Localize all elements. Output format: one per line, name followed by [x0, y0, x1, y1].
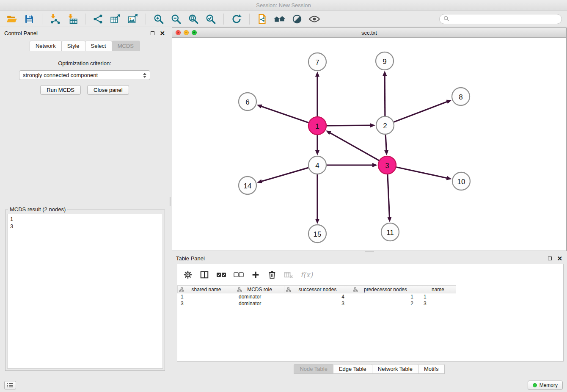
- table-panel-header: Table Panel ✕: [172, 253, 567, 264]
- cell-successor-nodes[interactable]: 4: [284, 293, 351, 300]
- cell-shared-name[interactable]: 1: [177, 293, 235, 300]
- cell-mcds-role[interactable]: dominator: [235, 300, 284, 307]
- graph-node-14[interactable]: 14: [239, 177, 256, 194]
- export-network-icon[interactable]: [91, 13, 105, 25]
- function-builder-icon: f(x): [300, 271, 313, 279]
- graph-edge-arrowhead: [383, 71, 387, 76]
- zoom-selected-icon[interactable]: [204, 13, 217, 25]
- deselect-all-icon[interactable]: [234, 271, 244, 278]
- svg-text:8: 8: [459, 93, 462, 101]
- graph-node-8[interactable]: 8: [452, 88, 470, 105]
- toolbar-separator: [146, 14, 146, 25]
- tab-style[interactable]: Style: [62, 41, 85, 51]
- cell-predecessor-nodes[interactable]: 2: [351, 300, 420, 307]
- close-table-panel-icon[interactable]: ✕: [557, 255, 562, 262]
- cell-successor-nodes[interactable]: 3: [284, 300, 351, 307]
- toggle-columns-icon[interactable]: [200, 270, 209, 279]
- maximize-window-icon[interactable]: +: [192, 30, 197, 35]
- close-window-icon[interactable]: ×: [176, 30, 181, 35]
- control-panel: Control Panel ✕ Network Style Select MCD…: [0, 28, 169, 374]
- tab-network-table[interactable]: Network Table: [372, 364, 418, 374]
- tab-select[interactable]: Select: [85, 41, 112, 51]
- graph-edge-2-3[interactable]: [385, 135, 386, 151]
- network-canvas[interactable]: 7968124314101511: [172, 38, 566, 251]
- column-header-name[interactable]: name: [420, 285, 456, 293]
- add-row-icon[interactable]: [251, 270, 260, 279]
- cell-name[interactable]: 1: [420, 293, 456, 300]
- run-mcds-button[interactable]: Run MCDS: [40, 85, 81, 95]
- table-row[interactable]: 1 dominator 4 1 1: [177, 293, 563, 300]
- network-window: scc.txt × − + 7968124314101511: [172, 28, 567, 251]
- cell-mcds-role[interactable]: dominator: [235, 293, 284, 300]
- search-icon: [443, 16, 449, 23]
- graph-node-4[interactable]: 4: [308, 156, 326, 174]
- zoom-fit-icon[interactable]: [187, 13, 200, 25]
- graph-node-1[interactable]: 1: [308, 117, 326, 135]
- graph-node-10[interactable]: 10: [452, 172, 470, 190]
- search-input[interactable]: [452, 16, 558, 22]
- minimize-window-icon[interactable]: −: [184, 30, 189, 35]
- mcds-result-list[interactable]: 1 3: [7, 214, 163, 369]
- show-hide-eye-icon[interactable]: [308, 13, 321, 25]
- tab-edge-table[interactable]: Edge Table: [333, 364, 372, 374]
- graph-edge-2-9[interactable]: [385, 75, 385, 116]
- import-network-icon[interactable]: [48, 13, 62, 25]
- mcds-result-title: MCDS result (2 nodes): [8, 206, 67, 213]
- column-header-shared-name[interactable]: shared name: [177, 285, 235, 293]
- network-window-titlebar: scc.txt × − +: [172, 28, 566, 38]
- tab-network[interactable]: Network: [30, 41, 62, 51]
- graph-node-15[interactable]: 15: [308, 225, 326, 243]
- column-header-successor-nodes[interactable]: successor nodes: [284, 285, 351, 293]
- close-panel-button[interactable]: Close panel: [87, 85, 129, 95]
- copy-network-icon[interactable]: [256, 13, 269, 25]
- tree-icon: [286, 287, 291, 293]
- select-all-icon[interactable]: [216, 271, 226, 278]
- zoom-in-icon[interactable]: [152, 13, 165, 25]
- cell-shared-name[interactable]: 3: [177, 300, 235, 307]
- float-panel-icon[interactable]: [151, 31, 154, 35]
- graph-node-2[interactable]: 2: [376, 116, 394, 134]
- search-box[interactable]: [439, 14, 562, 24]
- task-history-button[interactable]: [4, 381, 16, 389]
- column-header-mcds-role[interactable]: MCDS role: [235, 285, 284, 293]
- table-row[interactable]: 3 dominator 3 2 3: [177, 300, 563, 307]
- save-session-icon[interactable]: [22, 13, 36, 25]
- style-contrast-icon[interactable]: [290, 13, 304, 25]
- graph-edge-1-2[interactable]: [327, 125, 371, 126]
- graph-node-9[interactable]: 9: [376, 52, 394, 70]
- open-file-icon[interactable]: [5, 13, 19, 25]
- graph-edge-1-6[interactable]: [261, 106, 308, 123]
- graph-node-6[interactable]: 6: [239, 93, 256, 110]
- cell-name[interactable]: 3: [420, 300, 456, 307]
- graph-node-11[interactable]: 11: [381, 223, 399, 241]
- memory-button[interactable]: Memory: [528, 381, 563, 390]
- graph-edge-2-8[interactable]: [394, 102, 448, 122]
- graph-edge-4-14[interactable]: [261, 168, 308, 181]
- zoom-out-icon[interactable]: [169, 13, 183, 25]
- graph-node-3[interactable]: 3: [378, 156, 396, 174]
- graph-node-7[interactable]: 7: [308, 53, 326, 71]
- graph-edge-arrowhead: [315, 150, 319, 155]
- graph-edge-arrowhead: [446, 100, 452, 104]
- settings-gear-icon[interactable]: [183, 270, 193, 279]
- optimization-criterion-label: Optimization criterion:: [0, 60, 169, 66]
- criterion-dropdown[interactable]: strongly connected component: [19, 70, 150, 80]
- first-neighbors-icon[interactable]: [273, 13, 286, 25]
- graph-edge-arrowhead: [315, 219, 319, 224]
- graph-edge-3-11[interactable]: [388, 174, 390, 218]
- graph-edge-3-10[interactable]: [396, 167, 447, 178]
- apply-preferred-layout-icon[interactable]: [230, 13, 243, 25]
- column-header-predecessor-nodes[interactable]: predecessor nodes: [351, 285, 420, 293]
- export-table-icon[interactable]: [109, 13, 122, 25]
- cell-predecessor-nodes[interactable]: 1: [351, 293, 420, 300]
- table-toolbar: f(x): [177, 264, 563, 285]
- import-table-icon[interactable]: [66, 13, 79, 25]
- delete-row-icon[interactable]: [267, 270, 277, 279]
- graph-edge-3-1[interactable]: [330, 133, 379, 161]
- close-panel-icon[interactable]: ✕: [160, 30, 165, 36]
- tab-motifs[interactable]: Motifs: [418, 364, 445, 374]
- export-image-icon[interactable]: [126, 13, 140, 25]
- float-table-panel-icon[interactable]: [548, 257, 552, 260]
- tab-mcds[interactable]: MCDS: [112, 41, 140, 51]
- tab-node-table[interactable]: Node Table: [294, 364, 333, 374]
